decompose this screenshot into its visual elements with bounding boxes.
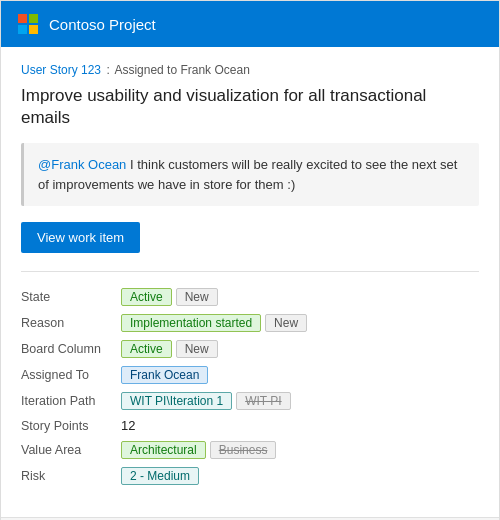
field-value: ArchitecturalBusiness: [121, 437, 479, 463]
table-row: Board ColumnActiveNew: [21, 336, 479, 362]
email-card: Contoso Project User Story 123 : Assigne…: [0, 0, 500, 520]
field-plain-value: 12: [121, 418, 135, 433]
field-tag: Frank Ocean: [121, 366, 208, 384]
field-tag: New: [176, 288, 218, 306]
field-label: Reason: [21, 310, 121, 336]
field-tag: Active: [121, 340, 172, 358]
table-row: Iteration PathWIT PI\Iteration 1WIT PI: [21, 388, 479, 414]
field-tag: New: [265, 314, 307, 332]
comment-text: @Frank Ocean I think customers will be r…: [38, 157, 457, 192]
field-label: Board Column: [21, 336, 121, 362]
breadcrumb-separator: :: [106, 63, 109, 77]
table-row: Story Points12: [21, 414, 479, 437]
field-value: Implementation startedNew: [121, 310, 479, 336]
field-label: Value Area: [21, 437, 121, 463]
field-tag: Business: [210, 441, 277, 459]
comment-box: @Frank Ocean I think customers will be r…: [21, 143, 479, 206]
table-row: Risk2 - Medium: [21, 463, 479, 489]
field-value: ActiveNew: [121, 336, 479, 362]
header-title: Contoso Project: [49, 16, 156, 33]
field-value: Frank Ocean: [121, 362, 479, 388]
breadcrumb-suffix: Assigned to Frank Ocean: [114, 63, 249, 77]
field-label: Assigned To: [21, 362, 121, 388]
svg-rect-0: [18, 14, 27, 23]
table-row: ReasonImplementation startedNew: [21, 310, 479, 336]
ms-logo-icon: [17, 13, 39, 35]
field-label: Story Points: [21, 414, 121, 437]
svg-rect-2: [18, 25, 27, 34]
svg-rect-1: [29, 14, 38, 23]
user-story-link[interactable]: User Story 123: [21, 63, 101, 77]
table-row: StateActiveNew: [21, 284, 479, 310]
field-value: 2 - Medium: [121, 463, 479, 489]
content-area: User Story 123 : Assigned to Frank Ocean…: [1, 47, 499, 505]
field-tag: New: [176, 340, 218, 358]
table-row: Value AreaArchitecturalBusiness: [21, 437, 479, 463]
field-label: State: [21, 284, 121, 310]
field-value: ActiveNew: [121, 284, 479, 310]
field-value: WIT PI\Iteration 1WIT PI: [121, 388, 479, 414]
divider: [21, 271, 479, 272]
field-tag: 2 - Medium: [121, 467, 199, 485]
field-label: Risk: [21, 463, 121, 489]
comment-mention[interactable]: @Frank Ocean: [38, 157, 126, 172]
breadcrumb: User Story 123 : Assigned to Frank Ocean: [21, 63, 479, 77]
field-tag: Active: [121, 288, 172, 306]
table-row: Assigned ToFrank Ocean: [21, 362, 479, 388]
field-label: Iteration Path: [21, 388, 121, 414]
field-tag: WIT PI\Iteration 1: [121, 392, 232, 410]
field-tag: Architectural: [121, 441, 206, 459]
header: Contoso Project: [1, 1, 499, 47]
field-tag: WIT PI: [236, 392, 290, 410]
field-value: 12: [121, 414, 479, 437]
svg-rect-3: [29, 25, 38, 34]
fields-table: StateActiveNewReasonImplementation start…: [21, 284, 479, 489]
field-tag: Implementation started: [121, 314, 261, 332]
main-title: Improve usability and visualization for …: [21, 85, 479, 129]
view-work-item-button[interactable]: View work item: [21, 222, 140, 253]
